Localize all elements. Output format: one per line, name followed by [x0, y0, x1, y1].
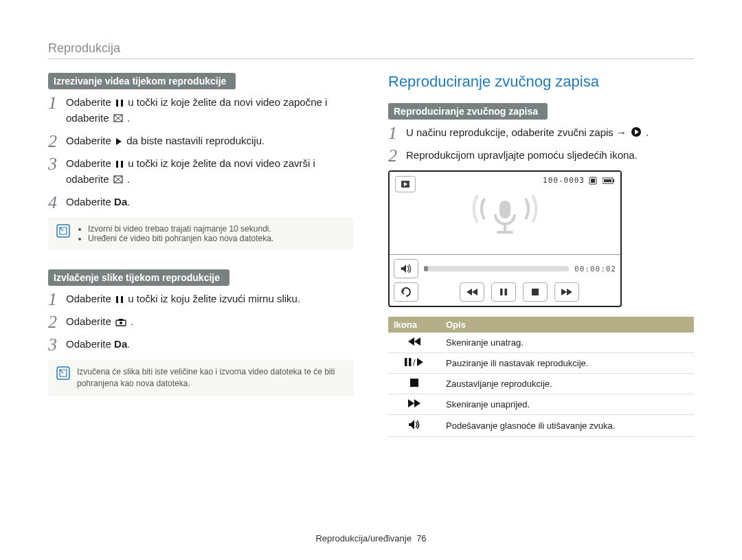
- volume-button[interactable]: [394, 259, 418, 278]
- segment-trim-video: Izrezivanje videa tijekom reprodukcije: [48, 73, 236, 89]
- pause-button[interactable]: [491, 282, 516, 302]
- step-2: Odaberite .: [48, 314, 354, 330]
- steps-extract-image: Odaberite u točki iz koju želite izvući …: [48, 291, 354, 351]
- desc-cell: Pauziranje ili nastavak reprodukcije.: [440, 353, 694, 374]
- svg-rect-0: [116, 100, 118, 107]
- step-1: Odaberite u točki iz koje želite da novi…: [48, 95, 354, 126]
- table-row: Skeniranje unatrag.: [388, 333, 694, 353]
- th-icon: Ikona: [388, 317, 440, 333]
- battery-icon: [603, 177, 615, 184]
- svg-rect-24: [505, 289, 508, 295]
- note-text: Izvučena će slika biti iste veličine kao…: [77, 366, 346, 390]
- svg-rect-25: [532, 289, 539, 295]
- segment-audio-playback: Reproduciranje zvučnog zapisa: [388, 103, 548, 120]
- table-row: Skeniranje unaprijed.: [388, 394, 694, 415]
- back-button[interactable]: [394, 282, 418, 302]
- time-label: 00:00:02: [574, 265, 616, 273]
- rewind-button[interactable]: [460, 282, 484, 302]
- step-1: Odaberite u točki iz koju želite izvući …: [48, 291, 354, 307]
- step-4: Odaberite Da.: [48, 194, 354, 209]
- stop-icon: [388, 374, 440, 394]
- svg-rect-16: [591, 179, 595, 183]
- trim-icon: [113, 112, 123, 126]
- playback-indicator-icon: [395, 176, 416, 192]
- forward-icon: [388, 394, 440, 415]
- th-desc: Opis: [440, 317, 694, 333]
- svg-rect-10: [119, 319, 123, 321]
- note-icon: [56, 224, 70, 240]
- icon-description-table: Ikona Opis Skeniranje unatrag. /: [388, 317, 694, 437]
- svg-rect-27: [409, 358, 412, 366]
- svg-rect-1: [121, 100, 123, 107]
- pause-icon: [115, 157, 124, 172]
- right-column: Reproduciranje zvučnog zapisa Reproducir…: [388, 73, 694, 437]
- progress-bar[interactable]: [424, 266, 569, 271]
- pause-icon: [115, 293, 124, 307]
- steps-trim-video: Odaberite u točki iz koje želite da novi…: [48, 95, 354, 209]
- audio-player-screenshot: 100-0003: [388, 170, 622, 307]
- svg-rect-21: [504, 224, 506, 231]
- step-3: Odaberite Da.: [48, 337, 354, 351]
- camera-icon: [115, 315, 126, 330]
- svg-rect-4: [121, 161, 123, 168]
- page-footer: Reprodukcija/uređivanje 76: [0, 533, 742, 544]
- svg-rect-7: [116, 296, 118, 303]
- step-2: Reprodukcijom upravljajte pomoću sljedeć…: [388, 148, 694, 162]
- svg-rect-20: [499, 201, 510, 219]
- table-row: Podešavanje glasnoće ili utišavanje zvuk…: [388, 415, 694, 437]
- step-3: Odaberite u točki iz koje želite da novi…: [48, 156, 354, 188]
- left-column: Izrezivanje videa tijekom reprodukcije O…: [48, 73, 354, 437]
- step-1: U načinu reprodukcije, odaberite zvučni …: [388, 125, 694, 141]
- table-row: / Pauziranje ili nastavak reprodukcije.: [388, 353, 694, 374]
- section-label: Reprodukcija: [48, 41, 694, 59]
- svg-rect-29: [410, 379, 418, 387]
- svg-rect-22: [497, 231, 513, 234]
- play-circle-icon: [631, 126, 642, 141]
- note-bullet: Izvorni bi video trebao trajati najmanje…: [88, 224, 273, 234]
- svg-rect-3: [116, 161, 118, 168]
- desc-cell: Skeniranje unaprijed.: [440, 394, 694, 415]
- step-2: Odaberite da biste nastavili reprodukcij…: [48, 133, 354, 149]
- svg-rect-18: [604, 179, 611, 182]
- pause-icon: [115, 96, 124, 111]
- svg-rect-26: [405, 358, 407, 366]
- svg-text:/: /: [413, 357, 416, 367]
- stop-button[interactable]: [523, 282, 548, 302]
- microphone-icon: [457, 195, 553, 246]
- svg-point-11: [120, 322, 122, 324]
- play-icon: [115, 135, 122, 149]
- note-extract: Izvučena će slika biti iste veličine kao…: [48, 359, 354, 396]
- manual-page: Reprodukcija Izrezivanje videa tijekom r…: [0, 0, 742, 560]
- file-counter: 100-0003: [543, 176, 585, 185]
- rewind-icon: [388, 333, 440, 353]
- desc-cell: Skeniranje unatrag.: [440, 333, 694, 353]
- svg-rect-19: [613, 179, 614, 182]
- note-icon: [56, 366, 70, 383]
- desc-cell: Podešavanje glasnoće ili utišavanje zvuk…: [440, 415, 694, 437]
- svg-rect-23: [500, 289, 503, 295]
- note-bullet: Uređeni će video biti pohranjen kao nova…: [88, 234, 273, 243]
- svg-rect-8: [121, 296, 123, 303]
- trim-icon: [113, 173, 123, 188]
- page-number: 76: [416, 533, 426, 544]
- volume-icon: [388, 415, 440, 437]
- card-icon: [589, 177, 598, 185]
- player-status-bar: 100-0003: [543, 176, 615, 185]
- note-trim: Izvorni bi video trebao trajati najmanje…: [48, 217, 354, 250]
- desc-cell: Zaustavljanje reprodukcije.: [440, 374, 694, 394]
- steps-audio-playback: U načinu reprodukcije, odaberite zvučni …: [388, 125, 694, 162]
- segment-extract-image: Izvlačenje slike tijekom reprodukcije: [48, 269, 229, 286]
- heading-audio-playback: Reproduciranje zvučnog zapisa: [388, 73, 694, 91]
- forward-button[interactable]: [554, 282, 579, 302]
- pause-play-icon: /: [388, 353, 440, 374]
- table-row: Zaustavljanje reprodukcije.: [388, 374, 694, 394]
